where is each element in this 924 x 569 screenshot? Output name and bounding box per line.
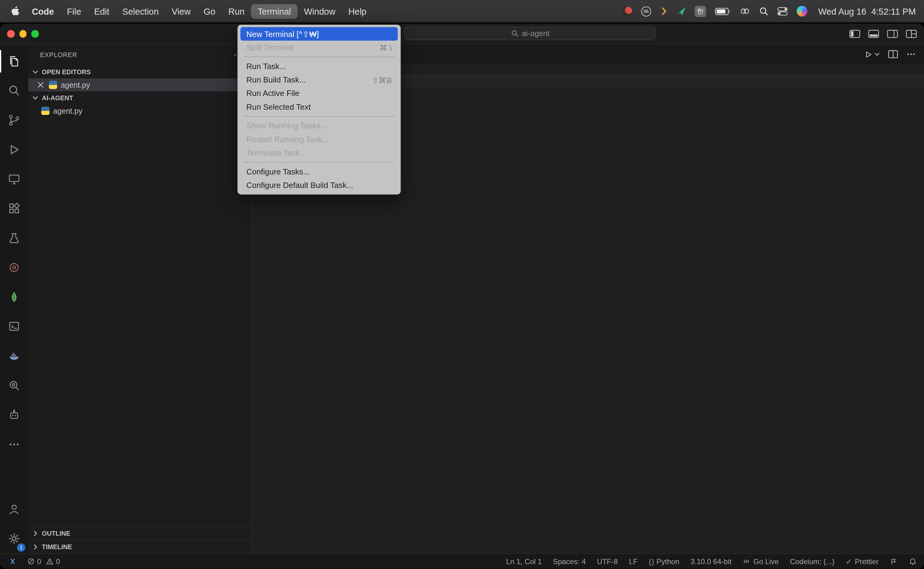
remote-explorer-icon[interactable] [0,164,29,194]
customize-layout-icon[interactable] [906,29,917,38]
open-editors-section-header[interactable]: OPEN EDITORS [29,65,251,78]
maximize-window-button[interactable] [31,30,38,37]
extensions-icon[interactable] [0,194,29,223]
toggle-secondary-sidebar-icon[interactable] [887,29,898,38]
python-interpreter[interactable]: 3.10.0 64-bit [691,557,731,565]
warning-count: 0 [56,557,60,565]
split-editor-icon[interactable] [888,50,898,58]
command-center[interactable]: ai-agent [404,27,656,40]
menubar-menu[interactable]: File [61,4,88,19]
folder-section-header[interactable]: AI-AGENT [29,91,251,104]
menu-item-label: Restart Running Task... [246,135,385,144]
file-item-agent-py[interactable]: agent.py [29,104,251,117]
code-search-icon[interactable] [0,371,29,400]
menu-item[interactable]: Run Task... [240,59,398,73]
menu-item-label: Terminate Task... [246,149,385,157]
open-editor-item-agent-py[interactable]: agent.py [29,78,251,91]
run-and-debug-icon[interactable] [0,135,29,164]
control-center-icon[interactable] [777,6,788,16]
more-icon[interactable] [0,430,29,459]
ring-extension-icon[interactable] [0,253,29,282]
prettier-status[interactable]: ✓Prettier [846,557,879,566]
menubar-menu[interactable]: Terminal [251,4,298,19]
close-icon[interactable] [36,81,46,88]
flag-icon[interactable] [890,557,897,565]
app-menu-code[interactable]: Code [25,4,61,19]
minimize-window-button[interactable] [19,30,27,37]
close-window-button[interactable] [7,30,14,37]
menubar-menu[interactable]: Selection [116,4,165,19]
green-app-icon[interactable] [677,7,686,15]
menubar-menu[interactable]: Help [342,4,373,19]
eol-sequence[interactable]: LF [629,557,638,565]
menu-item-wrap: Configure Default Build Task... [237,178,401,192]
accounts-icon[interactable] [0,494,29,524]
mongodb-icon[interactable] [0,282,29,312]
warnings-icon [46,557,53,565]
menu-item[interactable]: Terminate Task... [240,146,398,160]
menu-item-label: New Terminal [^⇧₩] [246,29,385,38]
menubar-menu[interactable]: Window [297,4,342,19]
timeline-section-header[interactable]: TIMELINE [29,540,251,554]
menu-item[interactable]: Configure Tasks... [240,165,398,178]
problems-indicator[interactable]: 0 0 [27,557,60,565]
menu-item-label: Split Terminal [246,43,372,52]
menu-item[interactable]: New Terminal [^⇧₩] [240,27,398,41]
run-icon [864,50,873,59]
menu-item-wrap: Show Running Tasks... [237,119,401,132]
link-icon[interactable] [739,7,750,15]
more-actions-icon[interactable] [906,50,916,58]
codeium-status[interactable]: Codeium: {...} [790,557,834,565]
errors-icon [27,557,35,565]
shell-chevron-icon[interactable] [660,6,668,16]
remote-indicator[interactable] [4,557,21,566]
layout-controls [849,24,917,44]
toggle-primary-sidebar-icon[interactable] [849,29,860,38]
menu-item[interactable]: Restart Running Task... [240,132,398,146]
menubar-menu[interactable]: View [165,4,197,19]
outline-label: OUTLINE [42,530,70,537]
spotlight-search-icon[interactable] [759,6,768,16]
menubar-clock[interactable]: Wed Aug 16 4:52:11 PM [818,6,916,16]
indentation[interactable]: Spaces: 4 [553,557,586,565]
testing-icon[interactable] [0,224,29,253]
menu-item[interactable]: Run Build Task... ⇧⌘B [240,73,398,87]
menubar-menu[interactable]: Edit [88,4,116,19]
apple-menu[interactable] [8,6,25,17]
ai-assistant-icon[interactable] [0,400,29,429]
open-editor-filename: agent.py [61,81,90,89]
menubar-menu[interactable]: Go [197,4,222,19]
cursor-position[interactable]: Ln 1, Col 1 [506,557,542,565]
menu-item[interactable]: Run Active File [240,87,398,100]
vscode-window: ai-agent [0,24,924,569]
cpu-meter-icon[interactable]: 36 [641,6,651,16]
menu-item[interactable]: Split Terminal ⌘ \ [240,41,398,54]
language-mode[interactable]: { }Python [649,557,679,565]
remote-terminal-icon[interactable] [0,312,29,341]
sidebar-bottom-sections: OUTLINE TIMELINE [29,526,251,554]
outline-section-header[interactable]: OUTLINE [29,526,251,540]
input-source-indicator[interactable]: 한 [695,6,706,17]
encoding[interactable]: UTF-8 [597,557,618,565]
docker-icon[interactable] [0,341,29,371]
search-icon[interactable] [0,76,29,105]
notifications-bell-icon[interactable] [909,557,917,565]
open-editors-label: OPEN EDITORS [42,68,91,76]
menu-item-shortcut: ⌘ \ [380,43,392,52]
menu-item[interactable]: Run Selected Text [240,100,398,114]
go-live[interactable]: Go Live [743,557,779,565]
explorer-icon[interactable] [0,46,29,76]
settings-gear-icon[interactable]: 1 [0,524,29,553]
siri-icon[interactable] [796,6,807,17]
menu-item[interactable]: Configure Default Build Task... [240,178,398,192]
app-status-icon[interactable] [622,6,632,16]
source-control-icon[interactable] [0,105,29,135]
run-dropdown-icon[interactable] [874,52,880,56]
battery-icon[interactable] [715,7,731,15]
menu-item-label: Show Running Tasks... [246,121,385,130]
toggle-panel-icon[interactable] [868,29,879,38]
menu-item-label: Run Build Task... [246,76,365,84]
run-python-file-button[interactable] [864,50,880,59]
menubar-menu[interactable]: Run [222,4,251,19]
menu-item[interactable]: Show Running Tasks... [240,119,398,132]
